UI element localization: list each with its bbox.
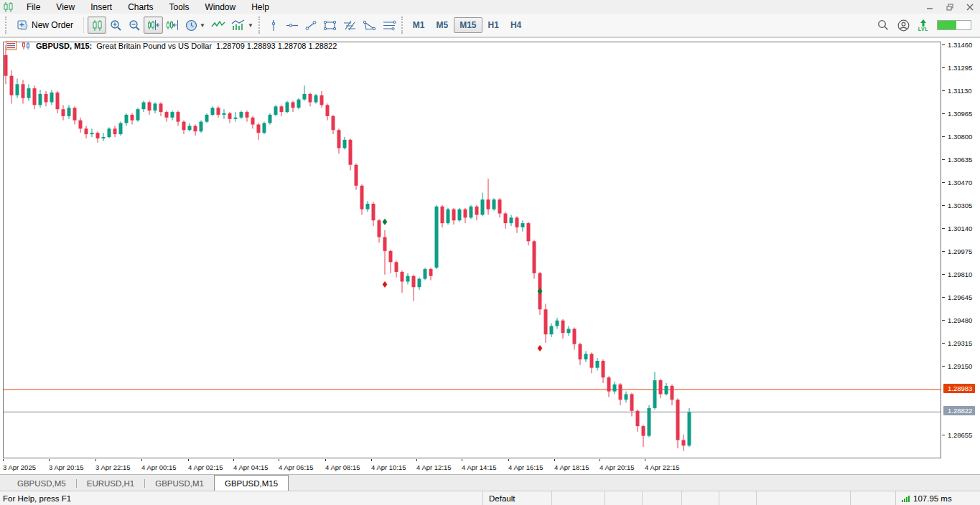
candlestick-chart-button[interactable] bbox=[88, 16, 106, 34]
time-tick-label: 3 Apr 2025 bbox=[3, 463, 36, 471]
equidistant-channel-tool-button[interactable] bbox=[320, 16, 340, 34]
indicators-button[interactable]: ▼ bbox=[228, 16, 256, 34]
search-icon[interactable] bbox=[877, 19, 889, 31]
close-icon[interactable] bbox=[960, 1, 980, 13]
period-clock-button[interactable]: ▼ bbox=[182, 16, 208, 34]
ask-price-badge: 1.28983 bbox=[943, 384, 975, 393]
minimize-icon[interactable] bbox=[920, 1, 940, 13]
tab-eurusd-h1[interactable]: EURUSD,H1 bbox=[77, 476, 144, 491]
status-latency: 107.95 ms bbox=[895, 491, 980, 505]
price-tick-label: 1.28655 bbox=[948, 431, 972, 439]
toolbar-grip[interactable] bbox=[258, 16, 262, 34]
triangle-tool-button[interactable] bbox=[360, 16, 379, 34]
toolbar-grip[interactable] bbox=[5, 16, 9, 34]
lvl-label: LVL bbox=[918, 27, 928, 32]
status-profile[interactable]: Default bbox=[482, 491, 551, 505]
chart-plot[interactable] bbox=[3, 42, 941, 458]
menu-window[interactable]: Window bbox=[197, 1, 244, 14]
auto-scroll-button[interactable] bbox=[163, 16, 182, 34]
status-cell-empty bbox=[681, 491, 719, 505]
price-tick-label: 1.31295 bbox=[948, 64, 972, 72]
fibonacci-tool-button[interactable] bbox=[340, 16, 360, 34]
time-tick bbox=[599, 459, 600, 461]
price-tick-label: 1.30140 bbox=[948, 225, 972, 232]
timeframe-m1-button[interactable]: M1 bbox=[407, 17, 431, 33]
chart-shift-icon bbox=[146, 19, 160, 32]
tick-chart-button[interactable] bbox=[208, 16, 228, 34]
candlestick-canvas[interactable] bbox=[4, 42, 941, 458]
fibonacci-icon bbox=[342, 19, 357, 32]
time-tick bbox=[416, 459, 417, 461]
time-tick bbox=[279, 459, 279, 461]
auto-scroll-icon bbox=[166, 19, 179, 32]
tab-gbpusd-m15[interactable]: GBPUSD,M15 bbox=[214, 475, 289, 491]
lvl-indicator[interactable]: LVL bbox=[918, 19, 928, 32]
timeframe-m5-button[interactable]: M5 bbox=[431, 17, 454, 33]
zoom-out-button[interactable] bbox=[125, 16, 144, 34]
time-tick-label: 3 Apr 22:15 bbox=[95, 463, 131, 471]
price-tick bbox=[942, 274, 945, 275]
price-tick-label: 1.30305 bbox=[948, 202, 972, 209]
time-tick-label: 4 Apr 04:15 bbox=[233, 463, 269, 471]
chart-shift-button[interactable] bbox=[144, 16, 163, 34]
price-tick-label: 1.29810 bbox=[948, 270, 972, 278]
new-order-button[interactable]: New Order bbox=[11, 16, 80, 34]
signal-strength-icon bbox=[902, 495, 910, 502]
timeframe-h1-button[interactable]: H1 bbox=[482, 17, 505, 33]
connection-status-bar bbox=[937, 20, 971, 30]
price-tick bbox=[942, 136, 945, 137]
one-click-trading-icon[interactable] bbox=[21, 41, 32, 50]
indicators-icon bbox=[231, 19, 246, 31]
time-tick-label: 4 Apr 02:15 bbox=[188, 463, 223, 471]
horizontal-line-icon bbox=[286, 19, 299, 32]
horizontal-line-tool-button[interactable] bbox=[283, 16, 302, 34]
lvl-up-arrow-icon bbox=[919, 19, 928, 27]
menu-help[interactable]: Help bbox=[243, 1, 277, 14]
chart-tab-bar: GBPUSD,M5 EURUSD,H1 GBPUSD,M1 GBPUSD,M15 bbox=[0, 474, 980, 491]
price-tick-label: 1.29645 bbox=[948, 293, 972, 301]
quotes-panel-icon[interactable] bbox=[6, 41, 17, 50]
status-cell-empty bbox=[850, 491, 895, 505]
chart-ohlc-values: 1.28709 1.28893 1.28708 1.28822 bbox=[216, 42, 337, 50]
channel-icon bbox=[323, 19, 337, 32]
new-order-icon bbox=[17, 20, 28, 31]
zoom-out-icon bbox=[129, 19, 141, 32]
restore-icon[interactable] bbox=[940, 1, 960, 13]
price-axis[interactable]: 1.314601.312951.311301.309651.308001.306… bbox=[942, 42, 980, 458]
price-tick-label: 1.29315 bbox=[948, 339, 972, 347]
levels-icon bbox=[382, 19, 396, 32]
timeframe-h4-button[interactable]: H4 bbox=[505, 17, 527, 33]
status-help-text: For Help, press F1 bbox=[0, 491, 482, 505]
price-tick-label: 1.30470 bbox=[948, 179, 972, 187]
tab-gbpusd-m1[interactable]: GBPUSD,M1 bbox=[145, 476, 214, 491]
zoom-in-button[interactable] bbox=[106, 16, 125, 34]
menu-insert[interactable]: Insert bbox=[83, 1, 120, 14]
chevron-down-icon: ▼ bbox=[200, 22, 205, 29]
status-bar: For Help, press F1 Default 107.95 ms bbox=[0, 491, 980, 505]
candlestick-chart-icon bbox=[91, 19, 103, 32]
price-tick bbox=[942, 113, 945, 114]
vertical-line-tool-button[interactable] bbox=[264, 16, 283, 34]
status-cell-empty bbox=[551, 491, 605, 505]
time-tick bbox=[462, 459, 462, 461]
time-tick bbox=[49, 459, 50, 461]
trendline-tool-button[interactable] bbox=[302, 16, 320, 34]
menu-charts[interactable]: Charts bbox=[120, 1, 161, 14]
time-tick-label: 4 Apr 00:15 bbox=[141, 463, 177, 471]
toolbar: New Order bbox=[0, 14, 980, 37]
objects-tool-button[interactable] bbox=[379, 16, 399, 34]
time-tick bbox=[141, 459, 142, 461]
menu-view[interactable]: View bbox=[48, 1, 83, 14]
timeframe-m15-button[interactable]: M15 bbox=[454, 17, 482, 33]
latency-value: 107.95 ms bbox=[913, 494, 952, 503]
price-tick bbox=[942, 205, 945, 206]
time-tick-label: 4 Apr 16:15 bbox=[508, 463, 543, 471]
menu-file[interactable]: File bbox=[19, 1, 48, 14]
time-tick-label: 4 Apr 14:15 bbox=[462, 463, 497, 471]
time-tick bbox=[325, 459, 326, 461]
menu-tools[interactable]: Tools bbox=[162, 1, 197, 14]
time-axis[interactable]: 3 Apr 20253 Apr 20:153 Apr 22:154 Apr 00… bbox=[3, 461, 941, 473]
tab-gbpusd-m5[interactable]: GBPUSD,M5 bbox=[7, 476, 76, 491]
account-icon[interactable] bbox=[897, 19, 910, 32]
toolbar-grip[interactable] bbox=[401, 16, 405, 34]
